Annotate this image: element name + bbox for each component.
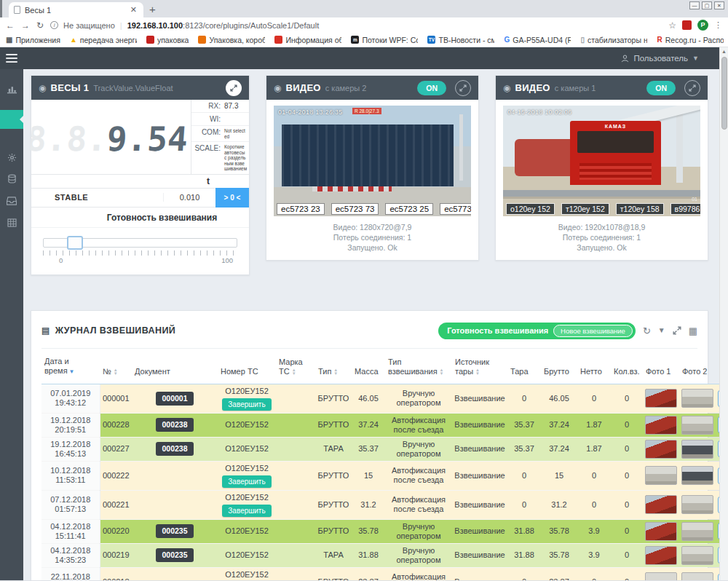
table-row[interactable]: 19.12.201820:19:51000228000238О120ЕУ152Б… [41,413,719,437]
sort-icon[interactable]: ▲▼ [292,368,296,376]
column-header[interactable]: Тип взвешивания▲▼ [385,350,452,384]
column-header[interactable]: Нетто [577,350,611,384]
sort-icon[interactable]: ▲▼ [333,368,338,376]
column-header[interactable]: Источник тары▲▼ [452,350,507,384]
photo-thumbnail[interactable] [681,416,713,435]
weight-slider[interactable] [43,238,237,248]
browser-tab[interactable]: Весы 1 ✕ [9,2,143,17]
sidebar-item-scales-active[interactable] [0,110,23,129]
sort-icon[interactable]: ▲▼ [114,368,118,376]
column-header[interactable]: Тип▲▼ [315,350,352,384]
site-info-icon[interactable]: i [50,21,58,29]
bookmark-item[interactable]: Упаковка, коробка д [198,36,265,44]
refresh-icon[interactable]: ↻ [643,326,651,336]
sidebar-item-archive[interactable] [0,190,23,212]
video-frame-camera-1[interactable]: КАМАЗ 04-15-2018 10:02:06 01 o120ey 152т… [503,106,700,216]
window-maximize-button[interactable]: ▢ [702,1,712,9]
sidebar-item-database[interactable] [0,168,23,190]
sidebar-item-dashboard[interactable] [0,78,23,100]
back-button[interactable]: ← [6,20,15,31]
table-row[interactable]: 07.12.201801:57:13000221О120ЕУ152Заверши… [41,490,719,519]
column-header[interactable]: Дата и время▼ [41,350,100,384]
slider-handle[interactable] [67,236,83,250]
profile-avatar[interactable]: P [697,20,708,31]
sort-icon[interactable]: ▲▼ [440,368,444,376]
bookmark-item[interactable]: TVТВ-Новости - смотр [427,36,494,44]
scroll-up-arrow[interactable]: ▲ [720,47,728,56]
table-row[interactable]: 19.12.201816:45:13000227000238О120ЕУ152Т… [41,437,719,461]
finish-button[interactable]: Завершить [222,505,271,517]
bookmark-item[interactable]: GGA-P55A-UD4 (Rev. [504,36,571,44]
video-frame-camera-2[interactable]: 01-04-2018 13:26:35 R 28.0|27.3 ec5723 2… [274,106,471,216]
column-header[interactable]: Тара [507,350,541,384]
photo-thumbnail[interactable] [681,522,713,541]
table-row[interactable]: 22.11.201806:33:21000218О120ЕУ152Заверши… [41,567,719,580]
finish-button[interactable]: Завершить [222,398,271,411]
table-settings-icon[interactable]: ▦ [689,326,697,336]
new-weighing-button[interactable]: Новое взвешивание [553,325,633,337]
new-tab-button[interactable]: + [149,3,156,15]
vertical-scrollbar[interactable]: ▲ [719,47,728,580]
video-on-toggle[interactable]: ON [646,81,676,95]
document-badge[interactable]: 000238 [156,442,193,456]
photo-thumbnail[interactable] [645,522,677,541]
forward-button[interactable]: → [21,20,30,31]
reload-button[interactable]: ↻ [36,20,44,31]
zero-button[interactable]: > 0 < [215,188,249,208]
column-header[interactable]: №▲▼ [100,350,132,384]
photo-thumbnail[interactable] [645,466,677,485]
bookmark-item[interactable]: Информация об ис [274,36,341,44]
column-header[interactable]: Документ [132,350,218,384]
bookmark-item[interactable]: ▯стабилизаторы напр [580,36,647,44]
window-minimize-button[interactable]: — [689,1,700,9]
sort-desc-icon[interactable]: ▼ [69,368,75,375]
photo-thumbnail[interactable] [645,416,677,435]
url-box[interactable]: i Не защищено | 192.168.10.100:8123/core… [50,21,662,30]
photo-thumbnail[interactable] [645,389,677,408]
table-row[interactable]: 04.12.201815:11:41000220000235О120ЕУ152Б… [41,519,719,543]
photo-thumbnail[interactable] [681,546,713,565]
extension-icon[interactable] [682,20,692,30]
column-header[interactable]: Кол.вз. [611,350,643,384]
expand-button[interactable] [684,80,700,96]
photo-thumbnail[interactable] [645,572,677,580]
finish-button[interactable]: Завершить [222,475,271,488]
photo-thumbnail[interactable] [645,440,677,459]
table-row[interactable]: 07.01.201919:43:12000001000001О120ЕУ152З… [41,384,719,413]
photo-thumbnail[interactable] [681,440,713,459]
table-row[interactable]: 10.12.201811:53:11000222О120ЕУ152Заверши… [41,461,719,490]
document-badge[interactable]: 000238 [156,418,193,432]
sidebar-item-tables[interactable] [0,212,23,234]
bookmark-item[interactable]: упаковка [146,36,189,44]
column-header[interactable]: Масса [352,350,385,384]
document-badge[interactable]: 000235 [156,524,193,538]
user-menu[interactable]: Пользователь ▼ [621,54,699,63]
readiness-status-button[interactable]: Готовность взвешивания Новое взвешивание [438,323,636,339]
bookmark-item[interactable]: ▲передача энергии б [70,36,137,44]
video-on-toggle[interactable]: ON [417,81,446,95]
browser-menu-icon[interactable]: ⋮ [714,20,722,30]
sidebar-item-settings[interactable] [0,146,23,168]
menu-hamburger-icon[interactable] [6,52,17,65]
column-header[interactable]: Фото 2 [679,350,716,384]
bookmark-item[interactable]: mПотоки WPF: Созда [351,36,418,44]
column-header[interactable]: Марка ТС▲▼ [276,350,315,384]
photo-thumbnail[interactable] [681,495,713,514]
bookmark-item[interactable]: ▦Приложения [6,36,60,44]
window-close-button[interactable]: ✕ [714,1,724,9]
column-header[interactable]: Фото 1 [643,350,679,384]
photo-thumbnail[interactable] [645,495,677,514]
document-badge[interactable]: 000235 [156,548,193,562]
photo-thumbnail[interactable] [681,466,713,485]
expand-icon[interactable] [673,326,681,335]
bookmark-item[interactable]: RRecog.ru - Распозна [657,36,724,44]
column-header[interactable]: Номер ТС [218,350,276,384]
tab-close-icon[interactable]: ✕ [129,5,138,15]
collapse-chevron-icon[interactable]: ▼ [658,327,665,334]
sort-icon[interactable]: ▲▼ [475,368,480,376]
expand-button[interactable] [455,80,471,96]
column-header[interactable]: Брутто [541,350,577,384]
photo-thumbnail[interactable] [645,546,677,565]
table-row[interactable]: 04.12.201814:35:23000219000235О120ЕУ152Т… [41,543,719,567]
expand-button[interactable] [226,80,242,96]
